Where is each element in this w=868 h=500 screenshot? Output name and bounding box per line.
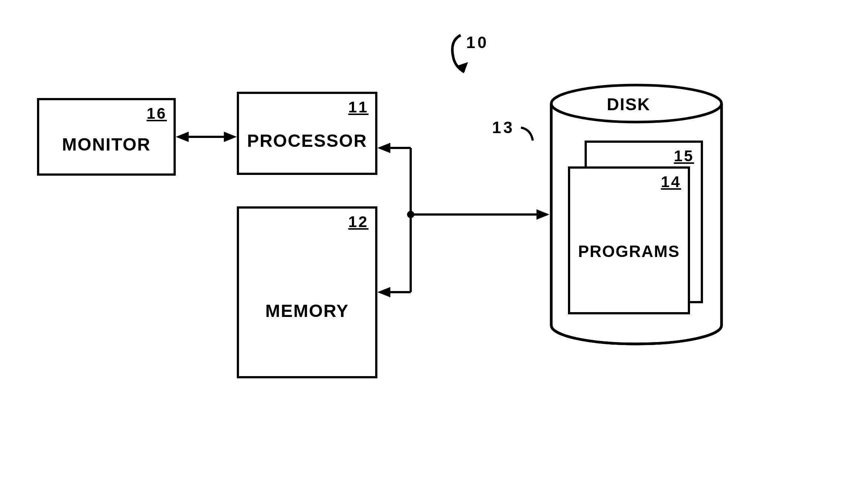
memory-number: 12 [348, 213, 369, 231]
svg-marker-6 [377, 143, 390, 153]
programs-label: PROGRAMS [578, 242, 680, 261]
programs-back-number: 15 [674, 147, 694, 165]
monitor-label: MONITOR [62, 134, 151, 155]
svg-marker-1 [457, 62, 468, 72]
ref-main-label: 10 [466, 33, 489, 52]
diagram-overlay [0, 0, 868, 500]
processor-box: 11 PROCESSOR [237, 92, 377, 175]
svg-point-10 [407, 211, 414, 218]
svg-marker-4 [224, 132, 237, 142]
svg-marker-12 [377, 287, 390, 297]
svg-marker-9 [536, 209, 549, 220]
svg-marker-3 [176, 132, 189, 142]
memory-box: 12 MEMORY [237, 206, 377, 378]
monitor-box: 16 MONITOR [37, 98, 176, 176]
processor-label: PROCESSOR [247, 131, 367, 151]
memory-label: MEMORY [265, 301, 349, 321]
processor-number: 11 [348, 98, 369, 116]
programs-front-number: 14 [661, 173, 681, 191]
disk-label: DISK [607, 94, 650, 114]
ref-disk-label: 13 [492, 118, 515, 137]
programs-front-box: 14 PROGRAMS [568, 166, 690, 314]
monitor-number: 16 [147, 105, 167, 122]
